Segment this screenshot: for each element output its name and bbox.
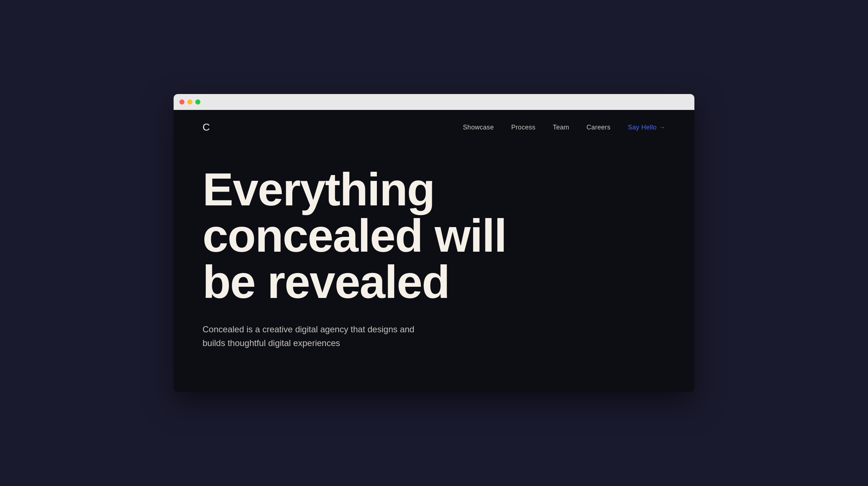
website-content: C Showcase Process Team Careers Say Hell…	[174, 110, 694, 392]
nav-link-team[interactable]: Team	[553, 124, 569, 131]
cta-label: Say Hello	[628, 124, 657, 131]
logo-symbol: C	[203, 122, 210, 133]
nav-item-careers[interactable]: Careers	[587, 124, 610, 131]
navigation: C Showcase Process Team Careers Say Hell…	[174, 110, 694, 145]
arrow-right-icon: →	[659, 124, 665, 131]
fullscreen-button-dot[interactable]	[195, 99, 200, 105]
nav-links-list: Showcase Process Team Careers Say Hello …	[463, 124, 665, 131]
hero-subtitle: Concealed is a creative digital agency t…	[203, 323, 427, 350]
browser-chrome	[174, 94, 694, 110]
nav-cta-link[interactable]: Say Hello →	[628, 124, 665, 131]
hero-title-line1: Everything	[203, 163, 435, 215]
nav-link-process[interactable]: Process	[511, 124, 535, 131]
nav-item-process[interactable]: Process	[511, 124, 535, 131]
site-logo[interactable]: C	[203, 122, 210, 133]
nav-item-team[interactable]: Team	[553, 124, 569, 131]
browser-window: C Showcase Process Team Careers Say Hell…	[174, 94, 694, 392]
minimize-button-dot[interactable]	[187, 99, 192, 105]
hero-title-line3: be revealed	[203, 256, 449, 308]
hero-title: Everything concealed will be revealed	[203, 166, 528, 305]
close-button-dot[interactable]	[179, 99, 184, 105]
hero-title-line2: concealed will	[203, 210, 506, 261]
nav-item-showcase[interactable]: Showcase	[463, 124, 494, 131]
nav-link-showcase[interactable]: Showcase	[463, 124, 494, 131]
nav-item-say-hello[interactable]: Say Hello →	[628, 124, 665, 131]
hero-section: Everything concealed will be revealed Co…	[174, 145, 694, 379]
nav-link-careers[interactable]: Careers	[587, 124, 610, 131]
